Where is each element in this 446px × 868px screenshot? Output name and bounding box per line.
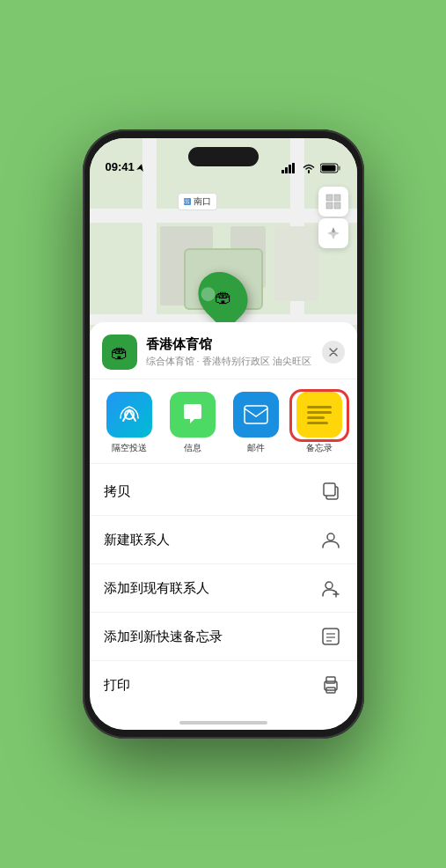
home-indicator <box>179 721 267 725</box>
sheet-header: 🏟 香港体育馆 综合体育馆 · 香港特别行政区 油尖旺区 <box>90 322 357 379</box>
svg-rect-1 <box>285 167 288 173</box>
venue-description: 综合体育馆 · 香港特别行政区 油尖旺区 <box>146 355 313 368</box>
venue-icon: 🏟 <box>102 335 137 370</box>
notes-label: 备忘录 <box>306 442 333 454</box>
share-item-more[interactable]: 推 <box>355 392 357 454</box>
svg-point-15 <box>327 533 334 541</box>
svg-rect-0 <box>281 170 284 173</box>
print-icon <box>318 673 343 697</box>
svg-rect-3 <box>292 163 295 173</box>
svg-rect-2 <box>289 165 291 173</box>
share-item-notes[interactable]: 备忘录 <box>292 392 347 454</box>
location-label: 出 南口 <box>178 193 217 210</box>
venue-info: 香港体育馆 综合体育馆 · 香港特别行政区 油尖旺区 <box>146 336 313 368</box>
add-contact-icon <box>318 576 343 600</box>
messages-icon <box>170 392 216 438</box>
action-copy[interactable]: 拷贝 <box>90 467 357 516</box>
share-item-messages[interactable]: 信息 <box>165 392 220 454</box>
close-icon <box>329 348 338 357</box>
close-button[interactable] <box>322 341 345 364</box>
airdrop-symbol <box>117 402 142 427</box>
svg-rect-24 <box>326 677 335 683</box>
venue-name: 香港体育馆 <box>146 336 313 353</box>
mail-label: 邮件 <box>247 442 265 454</box>
mail-symbol <box>243 404 269 425</box>
pin-inner-icon: 🏟 <box>215 287 232 307</box>
action-quick-note[interactable]: 添加到新快速备忘录 <box>90 613 357 661</box>
svg-rect-6 <box>321 166 335 172</box>
share-item-airdrop[interactable]: 隔空投送 <box>102 392 157 454</box>
svg-rect-12 <box>245 406 267 423</box>
svg-rect-19 <box>323 629 339 644</box>
wifi-icon <box>302 163 316 173</box>
copy-icon <box>318 479 343 504</box>
map-type-button[interactable] <box>318 187 348 217</box>
action-new-contact[interactable]: 新建联系人 <box>90 516 357 564</box>
airdrop-label: 隔空投送 <box>112 442 147 454</box>
map-controls <box>318 187 348 248</box>
action-add-contact[interactable]: 添加到现有联系人 <box>90 564 357 613</box>
notes-icon <box>296 392 342 438</box>
print-label: 打印 <box>104 677 130 694</box>
svg-rect-8 <box>334 195 340 201</box>
quick-note-icon <box>318 624 343 649</box>
airdrop-icon <box>106 392 152 438</box>
compass-icon <box>326 226 340 240</box>
copy-label: 拷贝 <box>104 483 130 500</box>
dynamic-island <box>188 147 259 166</box>
svg-rect-7 <box>326 195 333 201</box>
battery-icon <box>320 163 341 173</box>
add-contact-label: 添加到现有联系人 <box>104 580 209 597</box>
phone-screen: 09:41 <box>90 138 357 730</box>
svg-rect-10 <box>334 202 340 209</box>
status-time: 09:41 <box>106 160 145 173</box>
bottom-sheet: 🏟 香港体育馆 综合体育馆 · 香港特别行政区 油尖旺区 <box>90 322 357 730</box>
new-contact-label: 新建联系人 <box>104 532 170 548</box>
svg-rect-5 <box>339 166 340 171</box>
location-dot: 出 <box>184 198 191 205</box>
location-button[interactable] <box>318 218 348 248</box>
messages-symbol <box>179 401 206 428</box>
messages-label: 信息 <box>184 442 201 454</box>
action-list: 拷贝 新建联系人 <box>90 464 357 712</box>
svg-point-16 <box>325 582 333 589</box>
svg-rect-14 <box>324 483 335 496</box>
signal-icon <box>281 163 297 173</box>
share-row: 隔空投送 信息 <box>90 379 357 464</box>
new-contact-icon <box>318 527 343 552</box>
share-item-mail[interactable]: 邮件 <box>229 392 283 454</box>
action-print[interactable]: 打印 <box>90 661 357 709</box>
mail-icon <box>233 392 279 438</box>
time-display: 09:41 <box>106 160 135 173</box>
location-arrow-icon <box>136 163 145 172</box>
quick-note-label: 添加到新快速备忘录 <box>104 629 223 645</box>
phone-frame: 09:41 <box>83 129 364 739</box>
map-type-icon <box>325 194 341 210</box>
svg-rect-9 <box>326 202 333 209</box>
status-icons <box>281 163 341 173</box>
home-indicator-area <box>90 712 357 730</box>
